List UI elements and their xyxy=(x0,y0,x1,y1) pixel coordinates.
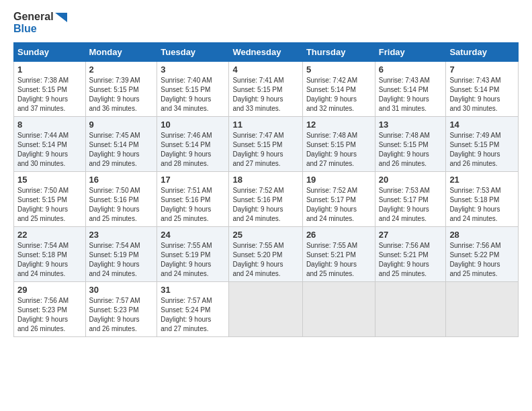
calendar-cell: 19Sunrise: 7:52 AM Sunset: 5:17 PM Dayli… xyxy=(302,172,375,227)
day-info: Sunrise: 7:54 AM Sunset: 5:18 PM Dayligh… xyxy=(17,241,82,279)
day-number: 23 xyxy=(89,230,154,240)
calendar-cell: 8Sunrise: 7:44 AM Sunset: 5:14 PM Daylig… xyxy=(14,117,86,172)
day-number: 4 xyxy=(232,64,298,75)
day-info: Sunrise: 7:56 AM Sunset: 5:21 PM Dayligh… xyxy=(379,241,443,279)
calendar-cell: 14Sunrise: 7:49 AM Sunset: 5:15 PM Dayli… xyxy=(446,117,519,172)
day-info: Sunrise: 7:57 AM Sunset: 5:23 PM Dayligh… xyxy=(89,296,154,334)
calendar-body: 1Sunrise: 7:38 AM Sunset: 5:15 PM Daylig… xyxy=(14,62,519,337)
calendar-cell: 22Sunrise: 7:54 AM Sunset: 5:18 PM Dayli… xyxy=(14,227,86,282)
day-info: Sunrise: 7:54 AM Sunset: 5:19 PM Dayligh… xyxy=(89,241,154,279)
calendar-cell xyxy=(446,282,519,337)
calendar-cell: 21Sunrise: 7:53 AM Sunset: 5:18 PM Dayli… xyxy=(446,172,519,227)
days-header-row: SundayMondayTuesdayWednesdayThursdayFrid… xyxy=(14,43,519,62)
calendar-cell: 12Sunrise: 7:48 AM Sunset: 5:15 PM Dayli… xyxy=(302,117,375,172)
week-row-2: 8Sunrise: 7:44 AM Sunset: 5:14 PM Daylig… xyxy=(14,117,519,172)
day-number: 31 xyxy=(161,285,225,295)
calendar-cell: 4Sunrise: 7:41 AM Sunset: 5:15 PM Daylig… xyxy=(229,62,302,117)
day-number: 15 xyxy=(17,175,82,185)
day-number: 11 xyxy=(232,120,298,130)
day-number: 16 xyxy=(89,175,154,185)
calendar-cell: 1Sunrise: 7:38 AM Sunset: 5:15 PM Daylig… xyxy=(14,62,86,117)
day-number: 12 xyxy=(306,120,371,130)
calendar-cell: 3Sunrise: 7:40 AM Sunset: 5:15 PM Daylig… xyxy=(157,62,229,117)
calendar-cell: 11Sunrise: 7:47 AM Sunset: 5:15 PM Dayli… xyxy=(229,117,302,172)
day-header-wednesday: Wednesday xyxy=(229,43,302,62)
day-number: 10 xyxy=(161,120,225,130)
day-number: 30 xyxy=(89,285,154,295)
day-number: 6 xyxy=(379,64,443,75)
calendar-cell: 24Sunrise: 7:55 AM Sunset: 5:19 PM Dayli… xyxy=(157,227,229,282)
day-number: 27 xyxy=(379,230,443,240)
day-info: Sunrise: 7:56 AM Sunset: 5:23 PM Dayligh… xyxy=(17,296,82,334)
header: General Blue xyxy=(13,11,519,34)
day-info: Sunrise: 7:55 AM Sunset: 5:20 PM Dayligh… xyxy=(232,241,298,279)
calendar-cell: 26Sunrise: 7:55 AM Sunset: 5:21 PM Dayli… xyxy=(302,227,375,282)
day-header-tuesday: Tuesday xyxy=(157,43,229,62)
day-number: 8 xyxy=(17,120,82,130)
calendar-cell: 13Sunrise: 7:48 AM Sunset: 5:15 PM Dayli… xyxy=(375,117,446,172)
day-number: 13 xyxy=(379,120,443,130)
day-header-monday: Monday xyxy=(85,43,157,62)
day-info: Sunrise: 7:44 AM Sunset: 5:14 PM Dayligh… xyxy=(17,131,82,169)
calendar-cell: 18Sunrise: 7:52 AM Sunset: 5:16 PM Dayli… xyxy=(229,172,302,227)
calendar-cell: 28Sunrise: 7:56 AM Sunset: 5:22 PM Dayli… xyxy=(446,227,519,282)
calendar-cell: 20Sunrise: 7:53 AM Sunset: 5:17 PM Dayli… xyxy=(375,172,446,227)
day-info: Sunrise: 7:52 AM Sunset: 5:17 PM Dayligh… xyxy=(306,186,371,224)
calendar-cell: 9Sunrise: 7:45 AM Sunset: 5:14 PM Daylig… xyxy=(85,117,157,172)
day-info: Sunrise: 7:45 AM Sunset: 5:14 PM Dayligh… xyxy=(89,131,154,169)
calendar-cell: 10Sunrise: 7:46 AM Sunset: 5:14 PM Dayli… xyxy=(157,117,229,172)
svg-marker-0 xyxy=(55,13,67,22)
calendar-cell: 23Sunrise: 7:54 AM Sunset: 5:19 PM Dayli… xyxy=(85,227,157,282)
day-info: Sunrise: 7:40 AM Sunset: 5:15 PM Dayligh… xyxy=(161,76,225,113)
calendar-cell xyxy=(229,282,302,337)
day-number: 21 xyxy=(449,175,515,185)
logo-general: General xyxy=(13,11,67,23)
day-header-friday: Friday xyxy=(375,43,446,62)
day-number: 22 xyxy=(17,230,82,240)
logo-blue: Blue xyxy=(13,23,37,35)
day-number: 28 xyxy=(449,230,515,240)
day-info: Sunrise: 7:52 AM Sunset: 5:16 PM Dayligh… xyxy=(232,186,298,224)
calendar-cell: 5Sunrise: 7:42 AM Sunset: 5:14 PM Daylig… xyxy=(302,62,375,117)
calendar-cell: 7Sunrise: 7:43 AM Sunset: 5:14 PM Daylig… xyxy=(446,62,519,117)
day-info: Sunrise: 7:55 AM Sunset: 5:19 PM Dayligh… xyxy=(161,241,225,279)
day-info: Sunrise: 7:48 AM Sunset: 5:15 PM Dayligh… xyxy=(379,131,443,169)
day-info: Sunrise: 7:56 AM Sunset: 5:22 PM Dayligh… xyxy=(449,241,515,279)
day-info: Sunrise: 7:55 AM Sunset: 5:21 PM Dayligh… xyxy=(306,241,371,279)
calendar-cell: 16Sunrise: 7:50 AM Sunset: 5:16 PM Dayli… xyxy=(85,172,157,227)
day-info: Sunrise: 7:47 AM Sunset: 5:15 PM Dayligh… xyxy=(232,131,298,169)
day-info: Sunrise: 7:53 AM Sunset: 5:17 PM Dayligh… xyxy=(379,186,443,224)
day-info: Sunrise: 7:43 AM Sunset: 5:14 PM Dayligh… xyxy=(449,76,515,113)
day-number: 17 xyxy=(161,175,225,185)
calendar-cell xyxy=(375,282,446,337)
calendar-cell: 2Sunrise: 7:39 AM Sunset: 5:15 PM Daylig… xyxy=(85,62,157,117)
logo-svg: General Blue xyxy=(13,11,67,34)
day-header-saturday: Saturday xyxy=(446,43,519,62)
calendar-cell xyxy=(302,282,375,337)
calendar-cell: 25Sunrise: 7:55 AM Sunset: 5:20 PM Dayli… xyxy=(229,227,302,282)
day-number: 29 xyxy=(17,285,82,295)
day-number: 5 xyxy=(306,64,371,75)
calendar-cell: 29Sunrise: 7:56 AM Sunset: 5:23 PM Dayli… xyxy=(14,282,86,337)
day-info: Sunrise: 7:42 AM Sunset: 5:14 PM Dayligh… xyxy=(306,76,371,113)
logo: General Blue xyxy=(13,11,67,34)
day-number: 25 xyxy=(232,230,298,240)
week-row-4: 22Sunrise: 7:54 AM Sunset: 5:18 PM Dayli… xyxy=(14,227,519,282)
week-row-1: 1Sunrise: 7:38 AM Sunset: 5:15 PM Daylig… xyxy=(14,62,519,117)
day-info: Sunrise: 7:49 AM Sunset: 5:15 PM Dayligh… xyxy=(449,131,515,169)
calendar-cell: 6Sunrise: 7:43 AM Sunset: 5:14 PM Daylig… xyxy=(375,62,446,117)
day-info: Sunrise: 7:48 AM Sunset: 5:15 PM Dayligh… xyxy=(306,131,371,169)
day-info: Sunrise: 7:38 AM Sunset: 5:15 PM Dayligh… xyxy=(17,76,82,113)
day-info: Sunrise: 7:50 AM Sunset: 5:16 PM Dayligh… xyxy=(89,186,154,224)
day-number: 19 xyxy=(306,175,371,185)
page-container: General Blue SundayMondayTuesdayWednesda… xyxy=(0,0,532,344)
calendar-cell: 27Sunrise: 7:56 AM Sunset: 5:21 PM Dayli… xyxy=(375,227,446,282)
calendar-cell: 30Sunrise: 7:57 AM Sunset: 5:23 PM Dayli… xyxy=(85,282,157,337)
day-number: 20 xyxy=(379,175,443,185)
day-number: 24 xyxy=(161,230,225,240)
calendar-table: SundayMondayTuesdayWednesdayThursdayFrid… xyxy=(13,42,519,337)
day-number: 3 xyxy=(161,64,225,75)
day-number: 7 xyxy=(449,64,515,75)
day-header-sunday: Sunday xyxy=(14,43,86,62)
calendar-cell: 31Sunrise: 7:57 AM Sunset: 5:24 PM Dayli… xyxy=(157,282,229,337)
